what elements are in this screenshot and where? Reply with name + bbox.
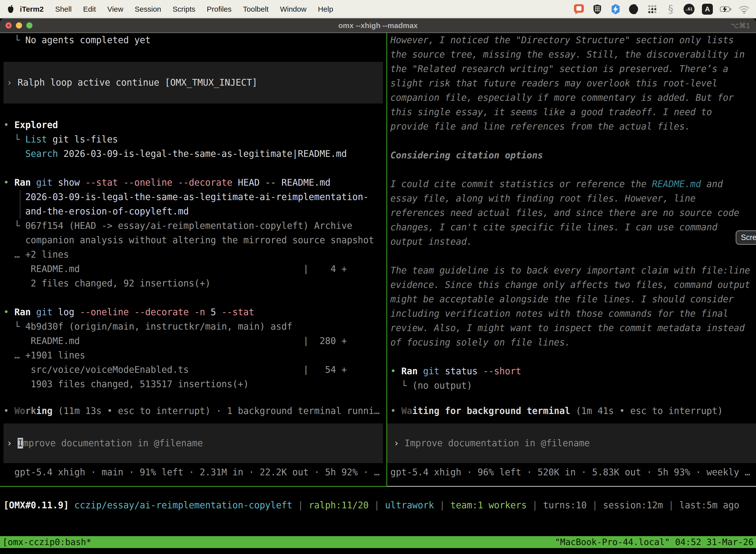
spacing: [3, 418, 386, 424]
spacing: [390, 249, 756, 263]
spacing: [390, 418, 756, 424]
wifi-icon[interactable]: [738, 3, 750, 15]
pane-bottom-border: [0, 486, 756, 487]
screen: iTerm2ShellEditViewSessionScriptsProfile…: [0, 0, 756, 554]
hexagon-bolt-icon[interactable]: [610, 3, 622, 15]
text-cursor: I: [18, 438, 23, 448]
inactive-pane-border: [387, 486, 756, 487]
terminal-line: Search 2026-03-09-is-legal-the-same-as-l…: [3, 147, 386, 161]
terminal-line: src/voice/voiceModeEnabled.ts | 54 +: [3, 363, 386, 377]
menu-items-container: iTerm2ShellEditViewSessionScriptsProfile…: [20, 5, 339, 13]
terminal-line: the "Related research writing" section i…: [390, 62, 756, 76]
menu-session[interactable]: Session: [129, 5, 167, 13]
terminal-line: provide file and line references from th…: [390, 119, 756, 134]
terminal-line: • Ran git show --stat --oneline --decora…: [3, 175, 386, 190]
terminal-line: › Ralph loop active continue [OMX_TMUX_I…: [7, 75, 383, 90]
injected-prompt-box[interactable]: › Ralph loop active continue [OMX_TMUX_I…: [3, 62, 383, 104]
terminal-line: this single essay, it seems like a good …: [390, 105, 756, 119]
terminal-line: companion file, especially if more comme…: [390, 91, 756, 105]
terminal-line: 1903 files changed, 513517 insertions(+): [3, 377, 386, 391]
terminal-line: • Explored: [3, 118, 386, 132]
chat-app-icon[interactable]: [573, 3, 585, 15]
terminal-line: 2 files changed, 92 insertions(+): [3, 276, 386, 291]
menu-help[interactable]: Help: [312, 5, 339, 13]
terminal-panes: └ No agents completed yet› Ralph loop ac…: [0, 33, 756, 486]
menu-iterm2[interactable]: iTerm2: [20, 5, 49, 13]
left-terminal-pane[interactable]: └ No agents completed yet› Ralph loop ac…: [0, 33, 386, 486]
spacing: [3, 161, 386, 175]
active-pane-border: [0, 486, 387, 487]
terminal-line: gpt-5.4 xhigh · main · 91% left · 2.31M …: [3, 465, 386, 480]
spacing: [390, 350, 756, 364]
squiggle-icon[interactable]: §: [665, 3, 677, 15]
terminal-line: … +2 lines: [3, 247, 386, 262]
tmux-host-clock: "MacBook-Pro-44.local" 04:52 31-Mar-26: [555, 537, 754, 547]
spacing: [3, 47, 386, 62]
terminal-line: of focusing solely on file lines.: [390, 335, 756, 350]
close-button[interactable]: [5, 22, 12, 29]
terminal-line: evidence. Since this change only affects…: [390, 278, 756, 292]
terminal-line: essay file, along with finding root file…: [390, 191, 756, 206]
terminal-line: › Improve documentation in @filename: [7, 436, 383, 450]
right-terminal-pane[interactable]: However, I noticed the "Directory Struct…: [387, 33, 756, 486]
tmux-session-label: [omx-cczip0:bash*: [2, 537, 91, 547]
iterm-window: omx --xhigh --madmax ⌥⌘1 └ No agents com…: [0, 18, 756, 554]
menu-scripts[interactable]: Scripts: [167, 5, 201, 13]
terminal-line: slight risk that future readers may over…: [390, 76, 756, 91]
terminal-line: I could cite commit statistics or refere…: [390, 177, 756, 191]
menu-bar-status-icons: §..61A: [573, 3, 756, 15]
window-controls: [5, 18, 33, 33]
terminal-line: the source tree, missing the essay. Stil…: [390, 47, 756, 62]
terminal-line: references need actual files, and since …: [390, 206, 756, 220]
terminal-line: • Working (11m 13s • esc to interrupt) ·…: [3, 404, 386, 418]
terminal-line: companion analysis without altering the …: [3, 233, 386, 247]
window-shortcut-hint: ⌥⌘1: [731, 21, 750, 30]
terminal-line: Considering citation options: [390, 148, 756, 163]
terminal-line: … +1901 lines: [3, 348, 386, 363]
terminal-line: README.md | 4 +: [3, 262, 386, 276]
spacing: [390, 134, 756, 148]
screen-share-button[interactable]: Scre: [736, 230, 756, 245]
omx-status-line: [OMX#0.11.9] cczip/essay/ai-reimplementa…: [0, 487, 756, 536]
menu-view[interactable]: View: [102, 5, 129, 13]
prompt-input[interactable]: › Improve documentation in @filename: [3, 424, 383, 463]
zoom-button[interactable]: [26, 22, 33, 29]
window-title: omx --xhigh --madmax: [338, 21, 418, 30]
spacing: [3, 463, 386, 465]
menu-toolbelt[interactable]: Toolbelt: [237, 5, 274, 13]
prompt-input[interactable]: › Improve documentation in @filename: [387, 424, 756, 463]
crescent-icon[interactable]: [628, 3, 640, 15]
a-icon[interactable]: A: [701, 3, 713, 15]
svg-text:§: §: [668, 3, 674, 15]
terminal-line: gpt-5.4 xhigh · 96% left · 520K in · 5.8…: [390, 465, 756, 480]
spacing: [3, 291, 386, 305]
terminal-line: └ 067f154 (HEAD -> essay/ai-reimplementa…: [3, 219, 386, 233]
apple-icon[interactable]: [7, 4, 15, 14]
menu-bar-menus: iTerm2ShellEditViewSessionScriptsProfile…: [0, 4, 339, 14]
terminal-line: • Ran git status --short: [390, 364, 756, 379]
flex-spacer: [390, 393, 756, 404]
tmux-status-bar: [omx-cczip0:bash* "MacBook-Pro-44.local"…: [0, 536, 756, 548]
terminal-line: [OMX#0.11.9] cczip/essay/ai-reimplementa…: [3, 498, 756, 512]
terminal-line: • Waiting for background terminal (1m 41…: [390, 404, 756, 418]
terminal-line: └ 4b9d30f (origin/main, instructkr/main,…: [3, 320, 386, 334]
menu-shell[interactable]: Shell: [49, 5, 77, 13]
battery-icon[interactable]: [720, 3, 732, 15]
spacing: [3, 104, 386, 118]
menu-profiles[interactable]: Profiles: [201, 5, 237, 13]
window-title-bar[interactable]: omx --xhigh --madmax ⌥⌘1: [0, 18, 756, 33]
dot-grid-icon[interactable]: [646, 3, 658, 15]
spacing: [390, 463, 756, 465]
terminal-line: output instead.: [390, 234, 756, 249]
badge-61-icon[interactable]: ..61: [683, 3, 695, 15]
terminal-line: and-the-erosion-of-copyleft.md: [3, 204, 386, 219]
terminal-line: └ No agents completed yet: [3, 33, 386, 47]
terminal-line: including verification notes with those …: [390, 307, 756, 321]
terminal-line: changes, I can't cite specific file line…: [390, 220, 756, 234]
spacing: [390, 163, 756, 177]
minimize-button[interactable]: [16, 22, 22, 29]
shield-icon[interactable]: [591, 3, 603, 15]
menu-window[interactable]: Window: [274, 5, 312, 13]
terminal-line: README.md | 280 +: [3, 334, 386, 348]
menu-edit[interactable]: Edit: [77, 5, 102, 13]
